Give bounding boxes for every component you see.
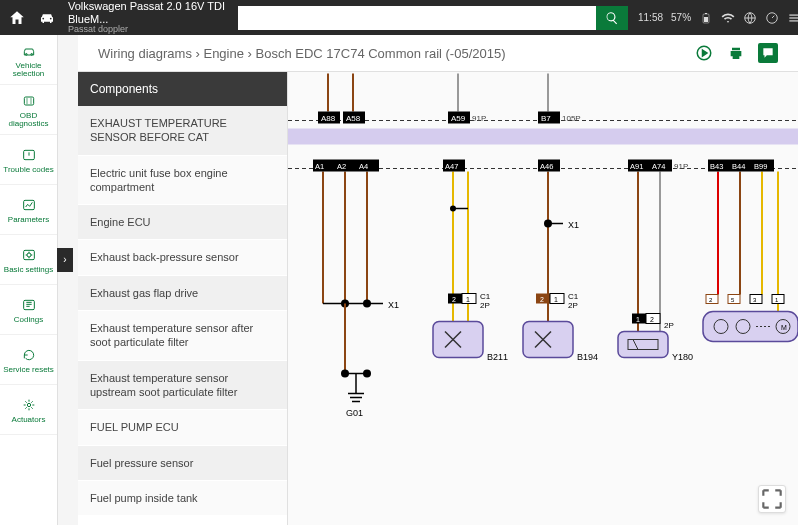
nav-parameters[interactable]: Parameters [0,185,57,235]
nav-codings[interactable]: Codings [0,285,57,335]
components-list: EXHAUST TEMPERATURE SENSOR BEFORE CATEle… [78,106,287,525]
search-input[interactable] [238,6,596,30]
nav-label: Vehicle selection [0,62,57,78]
nav-obd-diagnostics[interactable]: OBD diagnostics [0,85,57,135]
svg-text:105P: 105P [562,114,581,123]
basic-settings-icon [18,246,40,264]
nav-expand-icon[interactable]: › [57,248,73,272]
svg-point-14 [27,253,31,257]
home-icon[interactable] [8,8,26,28]
nav-actuators[interactable]: Actuators [0,385,57,435]
nav-label: Actuators [10,416,48,424]
play-button[interactable] [694,43,714,63]
actuators-icon [18,396,40,414]
svg-text:1: 1 [466,296,470,303]
search-button[interactable] [596,6,628,30]
svg-text:1: 1 [636,316,640,323]
svg-text:Y180: Y180 [672,352,693,362]
svg-rect-6 [789,17,798,18]
trouble-codes-icon [18,146,40,164]
component-item[interactable]: Electric unit fuse box engine compartmen… [78,156,287,206]
svg-text:91P: 91P [472,114,486,123]
nav-label: Parameters [6,216,51,224]
vehicle-subtitle: Passat doppler [68,25,228,35]
wifi-icon [721,11,735,25]
component-item[interactable]: Exhaust gas flap drive [78,276,287,311]
svg-text:A47: A47 [445,162,458,171]
component-item[interactable]: Exhaust temperature sensor after soot pa… [78,311,287,361]
nav-label: Trouble codes [1,166,55,174]
svg-text:C1: C1 [568,292,579,301]
component-item[interactable]: Fuel pump inside tank [78,481,287,516]
svg-text:A2: A2 [337,162,346,171]
svg-text:A46: A46 [540,162,553,171]
svg-rect-5 [789,14,798,15]
svg-text:91P: 91P [674,162,688,171]
service-resets-icon [18,346,40,364]
nav-trouble-codes[interactable]: Trouble codes [0,135,57,185]
nav-vehicle-selection[interactable]: Vehicle selection [0,35,57,85]
svg-rect-10 [24,97,33,105]
svg-text:2P: 2P [664,321,674,330]
svg-text:A91: A91 [630,162,643,171]
svg-text:A59: A59 [451,114,466,123]
battery-icon [699,11,713,25]
fullscreen-button[interactable] [758,485,786,513]
svg-text:B99: B99 [754,162,767,171]
status-tray: 11:58 57% tw [638,11,798,25]
svg-rect-102 [523,322,573,358]
nav-basic-settings[interactable]: Basic settings› [0,235,57,285]
components-panel: Components EXHAUST TEMPERATURE SENSOR BE… [78,72,288,525]
svg-rect-1 [705,13,707,14]
print-button[interactable] [726,43,746,63]
breadcrumb-actions [694,43,778,63]
svg-text:B7: B7 [541,114,551,123]
svg-text:2P: 2P [568,301,578,310]
nav-label: OBD diagnostics [0,112,57,128]
breadcrumb-path: Wiring diagrams › Engine › Bosch EDC 17C… [98,46,684,61]
nav-label: Basic settings [2,266,55,274]
svg-text:B211: B211 [487,352,508,362]
svg-text:A74: A74 [652,162,665,171]
nav-label: Codings [12,316,45,324]
svg-text:A1: A1 [315,162,324,171]
menu-icon[interactable] [787,11,798,25]
component-item[interactable]: Fuel pressure sensor [78,446,287,481]
component-item[interactable]: Exhaust temperature sensor upstream soot… [78,361,287,411]
svg-text:X1: X1 [388,300,399,310]
feedback-button[interactable] [758,43,778,63]
svg-text:B44: B44 [732,162,745,171]
parameters-icon [18,196,40,214]
component-item[interactable]: Exhaust back-pressure sensor [78,240,287,275]
svg-text:B43: B43 [710,162,723,171]
left-nav: Vehicle selectionOBD diagnosticsTrouble … [0,35,58,525]
nav-service-resets[interactable]: Service resets [0,335,57,385]
codings-icon [18,296,40,314]
svg-text:C1: C1 [480,292,491,301]
svg-rect-2 [704,17,708,22]
svg-text:1: 1 [554,296,558,303]
topbar: Volkswagen Passat 2.0 16V TDI BlueM... P… [0,0,798,35]
svg-rect-15 [23,300,34,309]
globe-icon[interactable] [743,11,757,25]
svg-point-9 [30,53,32,55]
vehicle-name: Volkswagen Passat 2.0 16V TDI BlueM... [68,0,228,24]
search-bar [238,6,628,30]
vehicle-title: Volkswagen Passat 2.0 16V TDI BlueM... P… [68,0,228,34]
component-item[interactable]: EXHAUST TEMPERATURE SENSOR BEFORE CAT [78,106,287,156]
svg-text:G01: G01 [346,408,363,418]
wiring-diagram[interactable]: A88A58A5991PB7105P A1A2A4A47A46A91A7491P… [288,72,798,525]
car-icon [36,8,58,28]
svg-text:A88: A88 [321,114,336,123]
svg-rect-100 [433,322,483,358]
battery-level: 57% [671,12,691,23]
svg-text:A4: A4 [359,162,368,171]
svg-rect-7 [789,20,798,21]
svg-rect-104 [618,332,668,358]
gauge-icon[interactable] [765,11,779,25]
svg-text:B194: B194 [577,352,598,362]
clock: 11:58 [638,12,663,23]
component-item[interactable]: Engine ECU [78,205,287,240]
svg-text:2P: 2P [480,301,490,310]
component-item[interactable]: FUEL PUMP ECU [78,410,287,445]
